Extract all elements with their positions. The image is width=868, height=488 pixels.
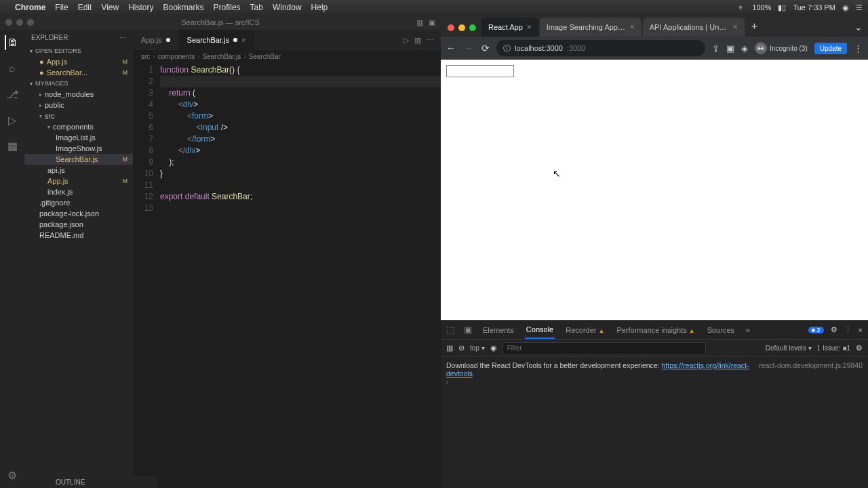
split-editor-icon[interactable]: ▥ [414, 36, 421, 45]
project-section[interactable]: MYIMAGES [24, 78, 133, 89]
devtools-menu-icon[interactable]: ⋮ [844, 325, 852, 334]
browser-tab-image-searching[interactable]: Image Searching App | Interv...× [540, 18, 642, 37]
devtools-tab-performance-insights[interactable]: Performance insights▲ [615, 322, 696, 338]
log-source[interactable]: react-dom.development.js:29840 [759, 361, 863, 369]
devtools-close-icon[interactable]: × [859, 326, 863, 334]
devtools-tab-sources[interactable]: Sources [706, 322, 736, 338]
battery-icon: ▮▯ [778, 3, 786, 12]
vscode-title: SearchBar.js — src/ICS [181, 18, 260, 26]
file-readme[interactable]: README.md [24, 230, 133, 241]
open-editor-searchbar[interactable]: ● SearchBar... [24, 67, 133, 78]
console-filter-input[interactable] [502, 342, 706, 354]
vscode-window: SearchBar.js — src/ICS ▥ ▣ 🗎 ⌕ ⎇ ▷ ▦ ⚙ E… [0, 15, 441, 488]
source-control-icon[interactable]: ⎇ [5, 87, 20, 102]
control-center-icon[interactable]: ☰ [856, 3, 863, 12]
breadcrumb[interactable]: src› components› SearchBar.js› SearchBar [133, 50, 441, 63]
explorer-more-icon[interactable]: ⋯ [119, 34, 126, 41]
menu-help[interactable]: Help [311, 3, 328, 12]
address-bar[interactable]: ⓘ localhost:3000 :3000 [496, 40, 705, 56]
tab-close-icon[interactable]: × [241, 36, 245, 44]
open-editors-section[interactable]: OPEN EDITORS [24, 45, 133, 56]
extension-icon-2[interactable]: ◈ [741, 43, 748, 54]
folder-src[interactable]: src [24, 110, 133, 121]
layout-icon[interactable]: ▥ [416, 18, 423, 27]
code-editor[interactable]: 12345678910111213 function SearchBar() {… [133, 63, 441, 488]
file-imagelist[interactable]: ImageList.js [24, 132, 133, 143]
tab-app-js[interactable]: App.js [133, 30, 179, 50]
clear-console-icon[interactable]: ⊘ [458, 344, 465, 352]
console-output[interactable]: react-dom.development.js:29840 Download … [441, 357, 868, 488]
console-prompt[interactable]: › [446, 378, 863, 386]
settings-gear-icon[interactable]: ⚙ [5, 468, 20, 483]
live-expression-icon[interactable]: ◉ [490, 344, 497, 352]
menu-tab[interactable]: Tab [250, 3, 263, 12]
menu-history[interactable]: History [128, 3, 153, 12]
menu-view[interactable]: View [101, 3, 119, 12]
folder-components[interactable]: components [24, 121, 133, 132]
layout-icon-2[interactable]: ▣ [429, 18, 435, 27]
file-index[interactable]: index.js [24, 186, 133, 197]
errors-badge[interactable]: ■ 2 [808, 327, 824, 333]
devtools-tab-recorder[interactable]: Recorder▲ [564, 322, 606, 338]
share-icon[interactable]: ⇪ [712, 43, 719, 54]
devtools-tab-console[interactable]: Console [525, 321, 555, 339]
site-info-icon[interactable]: ⓘ [503, 43, 511, 54]
file-gitignore[interactable]: .gitignore [24, 197, 133, 208]
siri-icon[interactable]: ◉ [842, 3, 849, 12]
extensions-icon[interactable]: ▦ [5, 138, 20, 153]
file-api[interactable]: api.js [24, 165, 133, 176]
log-levels-selector[interactable]: Default levels ▾ [766, 344, 812, 352]
context-selector[interactable]: top ▾ [470, 344, 485, 352]
close-icon[interactable]: × [527, 22, 532, 32]
log-message: Download the React DevTools for a better… [446, 361, 660, 369]
close-icon[interactable]: × [630, 22, 635, 32]
reload-button[interactable]: ⟳ [481, 43, 490, 54]
console-settings-icon[interactable]: ⚙ [856, 344, 863, 352]
folder-node-modules[interactable]: node_modules [24, 89, 133, 100]
menu-file[interactable]: File [55, 3, 68, 12]
extension-icon[interactable]: ▣ [726, 43, 734, 54]
inspect-element-icon[interactable]: ⬚ [446, 325, 454, 335]
update-button[interactable]: Update [814, 43, 847, 54]
macos-menubar: Chrome File Edit View History Bookmarks … [0, 0, 868, 15]
back-button[interactable]: ← [446, 43, 456, 54]
explorer-icon[interactable]: 🗎 [5, 35, 20, 50]
run-icon[interactable]: ▷ [403, 36, 409, 45]
menu-profiles[interactable]: Profiles [214, 3, 241, 12]
forward-button[interactable]: → [464, 43, 473, 54]
file-package-json[interactable]: package.json [24, 219, 133, 230]
menu-window[interactable]: Window [273, 3, 302, 12]
app-name[interactable]: Chrome [15, 3, 45, 12]
tab-dropdown-icon[interactable]: ⌄ [849, 22, 868, 37]
more-icon[interactable]: ⋯ [427, 36, 434, 45]
chrome-traffic-lights[interactable] [445, 24, 481, 37]
more-tabs-icon[interactable]: » [745, 325, 750, 335]
menu-bookmarks[interactable]: Bookmarks [163, 3, 204, 12]
file-imageshow[interactable]: ImageShow.js [24, 143, 133, 154]
debug-icon[interactable]: ▷ [5, 113, 20, 127]
file-searchbar[interactable]: SearchBar.js [24, 154, 133, 165]
chrome-menu-icon[interactable]: ⋮ [854, 43, 863, 54]
close-icon[interactable]: × [733, 22, 738, 32]
vscode-traffic-lights[interactable] [5, 19, 34, 26]
open-editor-app[interactable]: ● App.js [24, 56, 133, 67]
browser-tab-react-app[interactable]: React App× [481, 18, 538, 37]
incognito-badge[interactable]: 🕶 Incognito (3) [755, 42, 808, 54]
devtools-settings-icon[interactable]: ⚙ [831, 325, 837, 334]
new-tab-button[interactable]: + [746, 20, 763, 37]
browser-tab-unsplash[interactable]: API Applications | Unsplash× [643, 18, 745, 37]
issues-link[interactable]: 1 Issue: ■1 [817, 344, 850, 352]
search-icon[interactable]: ⌕ [5, 61, 20, 76]
folder-public[interactable]: public [24, 100, 133, 110]
mouse-cursor-icon: ↖ [553, 168, 561, 179]
devtools-tab-elements[interactable]: Elements [481, 322, 515, 338]
tab-searchbar-js[interactable]: SearchBar.js × [179, 30, 255, 50]
searchbar-input[interactable] [446, 65, 514, 77]
console-sidebar-icon[interactable]: ▥ [446, 344, 453, 352]
menu-edit[interactable]: Edit [78, 3, 92, 12]
device-toggle-icon[interactable]: ▣ [464, 325, 472, 335]
clock[interactable]: Tue 7:33 PM [793, 3, 835, 12]
file-app[interactable]: App.js [24, 176, 133, 186]
file-package-lock[interactable]: package-lock.json [24, 208, 133, 219]
wifi-icon[interactable]: ᯤ [738, 3, 745, 12]
